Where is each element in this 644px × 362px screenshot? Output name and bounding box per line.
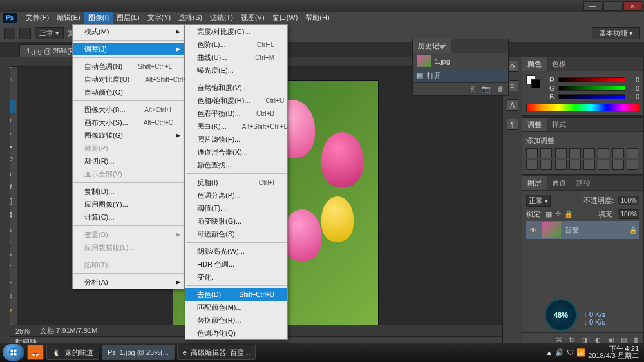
menu-item[interactable]: 计算(C)... — [73, 211, 184, 224]
lock-position-icon[interactable]: ✢ — [555, 210, 561, 218]
tool-preset-icon[interactable] — [4, 28, 15, 39]
menu-item[interactable]: 自然饱和度(V)... — [185, 81, 287, 94]
adj-channelmixer-icon[interactable] — [540, 160, 552, 170]
system-tray[interactable]: ▲ 🔊 🛡 📶 下午 4:21 2018/4/3 星期二 — [545, 345, 641, 359]
adj-vibrance-icon[interactable] — [583, 148, 595, 158]
window-close-button[interactable]: × — [623, 1, 641, 11]
adj-brightness-icon[interactable] — [526, 148, 538, 158]
window-maximize-button[interactable]: □ — [603, 1, 621, 11]
menu-item[interactable]: 裁切(R)... — [73, 155, 184, 167]
menu-8[interactable]: 窗口(W) — [269, 12, 302, 24]
menu-item[interactable]: 调整(J)▶ — [73, 43, 184, 55]
menu-item[interactable]: 阴影/高光(W)... — [185, 245, 287, 258]
adj-photofilter-icon[interactable] — [526, 160, 538, 170]
menu-1[interactable]: 编辑(E) — [53, 12, 84, 24]
adj-selectivecolor-icon[interactable] — [627, 160, 638, 170]
menu-item[interactable]: 曝光度(E)... — [185, 64, 287, 77]
quick-select-icon[interactable] — [19, 28, 31, 39]
adj-hue-icon[interactable] — [598, 148, 609, 158]
fg-bg-swatch[interactable] — [526, 75, 540, 101]
tab-swatches[interactable]: 色板 — [547, 57, 571, 71]
tray-icon[interactable]: ▲ — [545, 348, 553, 356]
menu-0[interactable]: 文件(F) — [22, 12, 53, 24]
visibility-toggle-icon[interactable]: 👁 — [529, 225, 538, 234]
b-slider[interactable] — [558, 94, 625, 99]
menu-item[interactable]: 渐变映射(G)... — [185, 214, 287, 227]
menu-9[interactable]: 帮助(H) — [301, 12, 333, 24]
menu-item[interactable]: 色调分离(P)... — [185, 189, 287, 202]
adj-threshold-icon[interactable] — [598, 160, 609, 170]
menu-item[interactable]: 模式(M)▶ — [73, 25, 184, 38]
tray-icon[interactable]: 🔊 — [555, 348, 564, 357]
adj-curves-icon[interactable] — [555, 148, 567, 158]
menu-item[interactable]: 图像旋转(G)▶ — [73, 129, 184, 142]
window-minimize-button[interactable]: — — [583, 1, 601, 11]
start-button[interactable] — [3, 344, 24, 361]
tab-color[interactable]: 颜色 — [522, 57, 547, 71]
tab-history[interactable]: 历史记录 — [413, 39, 451, 53]
tab-paths[interactable]: 路径 — [571, 176, 596, 190]
menu-item[interactable]: 应用图像(Y)... — [73, 198, 184, 211]
character-icon[interactable]: A — [507, 99, 518, 111]
tab-adjustments[interactable]: 调整 — [522, 118, 547, 131]
menu-3[interactable]: 图层(L) — [113, 12, 143, 24]
menu-item[interactable]: 变化... — [185, 271, 287, 283]
menu-item[interactable]: 匹配颜色(M)... — [185, 301, 287, 314]
menu-item[interactable]: 色阶(L)...Ctrl+L — [185, 38, 287, 51]
menu-item[interactable]: 亮度/对比度(C)... — [185, 25, 287, 38]
blend-mode-select[interactable]: 正常 ▾ — [35, 27, 64, 39]
fill-field[interactable]: 100% — [618, 209, 639, 219]
zoom-level[interactable]: 25% — [15, 327, 30, 335]
adj-levels-icon[interactable] — [540, 148, 552, 158]
adj-colorbalance-icon[interactable] — [612, 148, 624, 158]
adj-gradientmap-icon[interactable] — [612, 160, 624, 170]
menu-item[interactable]: HDR 色调... — [185, 258, 287, 271]
taskbar-item[interactable]: e高级编辑器_百度... — [177, 345, 256, 360]
history-panel[interactable]: 历史记录 1.jpg ▤打开 ⎘ 📷 🗑 — [412, 39, 509, 96]
tab-styles[interactable]: 样式 — [547, 118, 571, 131]
menu-item[interactable]: 图像大小(I)...Alt+Ctrl+I — [73, 103, 184, 116]
menu-item[interactable]: 自动色调(N)Shift+Ctrl+L — [73, 60, 184, 73]
adj-exposure-icon[interactable] — [569, 148, 581, 158]
paragraph-icon[interactable]: ¶ — [507, 119, 518, 130]
adj-colorlookup-icon[interactable] — [555, 160, 567, 170]
layer-thumbnail[interactable] — [542, 222, 561, 238]
adj-bw-icon[interactable] — [627, 148, 638, 158]
tray-icon[interactable]: 📶 — [576, 348, 585, 357]
create-document-icon[interactable]: ⎘ — [471, 85, 475, 93]
menu-item[interactable]: 色调均化(Q) — [185, 327, 287, 339]
clock[interactable]: 下午 4:21 2018/4/3 星期二 — [588, 345, 641, 359]
menu-item[interactable]: 可选颜色(S)... — [185, 227, 287, 240]
adj-invert-icon[interactable] — [569, 160, 581, 170]
taskbar-item[interactable]: 🐧家的味道 — [46, 345, 99, 360]
taskbar-item[interactable]: Ps1.jpg @ 25%(... — [102, 345, 175, 360]
menu-6[interactable]: 滤镜(T) — [206, 12, 237, 24]
menu-item[interactable]: 自动对比度(U)Alt+Shift+Ctrl+L — [73, 73, 184, 86]
menu-item[interactable]: 黑白(K)...Alt+Shift+Ctrl+B — [185, 120, 287, 133]
blend-mode-select[interactable]: 正常 ▾ — [526, 195, 551, 207]
menu-item[interactable]: 色相/饱和度(H)...Ctrl+U — [185, 94, 287, 107]
menu-item[interactable]: 分析(A)▶ — [73, 276, 184, 289]
menu-adjustments-submenu[interactable]: 亮度/对比度(C)...色阶(L)...Ctrl+L曲线(U)...Ctrl+M… — [185, 24, 288, 340]
menu-item[interactable]: 画布大小(S)...Alt+Ctrl+C — [73, 116, 184, 129]
opacity-field[interactable]: 100% — [618, 196, 639, 205]
menu-7[interactable]: 视图(V) — [237, 12, 269, 24]
menu-item[interactable]: 阈值(T)... — [185, 202, 287, 214]
r-value[interactable]: 0 — [628, 76, 639, 84]
menu-item[interactable]: 色彩平衡(B)...Ctrl+B — [185, 107, 287, 120]
history-snapshot[interactable]: 1.jpg — [413, 53, 508, 69]
hue-ramp[interactable] — [526, 104, 639, 111]
tray-icon[interactable]: 🛡 — [567, 348, 574, 356]
taskbar-pinned-firefox[interactable]: 🦊 — [27, 345, 44, 360]
b-value[interactable]: 0 — [628, 93, 639, 100]
layer-name[interactable]: 背景 — [565, 225, 579, 235]
menu-item[interactable]: 反相(I)Ctrl+I — [185, 176, 287, 189]
menu-2[interactable]: 图像(I) — [84, 12, 113, 24]
layer-row-background[interactable]: 👁 背景 🔒 — [526, 221, 639, 239]
menu-item[interactable]: 去色(D)Shift+Ctrl+U — [185, 288, 287, 301]
workspace-switcher[interactable]: 基本功能 ▾ — [592, 27, 640, 39]
menu-4[interactable]: 文字(Y) — [144, 12, 175, 24]
menu-item[interactable]: 复制(D)... — [73, 185, 184, 198]
menu-item[interactable]: 照片滤镜(F)... — [185, 133, 287, 146]
tab-layers[interactable]: 图层 — [522, 176, 547, 190]
